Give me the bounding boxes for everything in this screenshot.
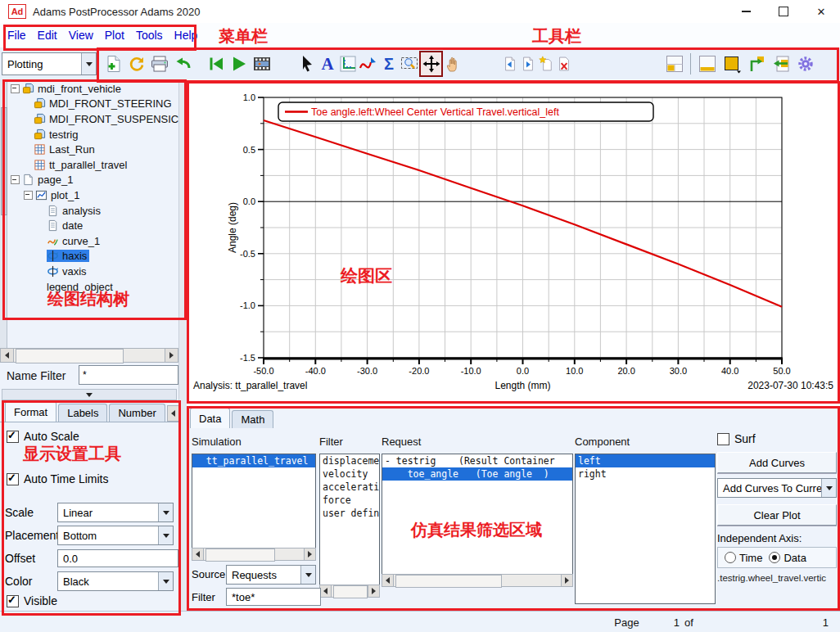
tree-item-vaxis[interactable]: vaxis: [7, 264, 178, 279]
tree-item-date[interactable]: date: [7, 218, 178, 233]
plot-canvas[interactable]: -50.0-40.0-30.0-20.0-10.00.010.020.030.0…: [187, 79, 840, 407]
request-hscrollbar[interactable]: [382, 574, 573, 587]
list-item[interactable]: toe_angle (Toe angle ): [382, 467, 572, 481]
undo-icon[interactable]: [171, 52, 194, 75]
dropdown-arrow-icon[interactable]: [300, 566, 315, 584]
clear-plot-button[interactable]: Clear Plot: [717, 504, 837, 526]
tab-number[interactable]: Number: [109, 404, 165, 422]
tree-item-tt_parallel_travel[interactable]: tt_parallel_travel: [7, 157, 178, 173]
menu-file[interactable]: File: [7, 29, 26, 42]
visible-checkbox[interactable]: [7, 595, 19, 607]
add-mode-select[interactable]: Add Curves To Curren: [717, 478, 837, 498]
page-new-icon[interactable]: [537, 52, 555, 75]
tab-format[interactable]: Format: [5, 401, 56, 422]
animation-icon[interactable]: [251, 52, 273, 75]
request-list[interactable]: - testrig (Result Container toe_angle (T…: [382, 454, 573, 575]
plot-structure-tree[interactable]: mdi_front_vehicleMDI_FRONT_STEERINGMDI_F…: [0, 79, 178, 348]
color-select[interactable]: Black: [57, 571, 174, 591]
name-filter-input[interactable]: [79, 365, 178, 385]
layout-bottom-icon[interactable]: [695, 52, 720, 75]
scroll-left-arrow[interactable]: [192, 548, 204, 560]
dropdown-arrow-icon[interactable]: [158, 572, 173, 590]
tree-expander-icon[interactable]: [11, 84, 20, 93]
tab-math[interactable]: Math: [232, 410, 273, 428]
hand-icon[interactable]: [443, 52, 463, 75]
tree-item-MDI_FRONT_SUSPENSIC[interactable]: MDI_FRONT_SUSPENSIC: [7, 111, 178, 127]
list-item[interactable]: force: [320, 494, 379, 507]
add-curves-button[interactable]: Add Curves: [717, 452, 837, 473]
scroll-left-arrow[interactable]: [1, 349, 14, 362]
page-next-icon[interactable]: [519, 52, 537, 75]
layout-full-icon[interactable]: [720, 52, 744, 75]
dropdown-arrow-icon[interactable]: [158, 526, 173, 544]
print-icon[interactable]: [148, 52, 171, 75]
tab-data[interactable]: Data: [190, 408, 230, 428]
scroll-right-arrow[interactable]: [165, 349, 178, 362]
menu-edit[interactable]: Edit: [38, 29, 57, 42]
offset-input[interactable]: 0.0: [57, 549, 178, 567]
menu-view[interactable]: View: [69, 29, 93, 42]
minimize-button[interactable]: [727, 0, 765, 23]
mode-select[interactable]: Plotting: [2, 52, 97, 75]
auto-scale-checkbox[interactable]: [7, 431, 19, 443]
tree-vertical-scrollbar[interactable]: [0, 79, 7, 348]
tree-item-haxis[interactable]: haxis: [7, 249, 178, 264]
radio-option-time[interactable]: Time: [725, 552, 762, 564]
menu-tools[interactable]: Tools: [136, 29, 163, 42]
scroll-right-arrow[interactable]: [368, 585, 379, 597]
placement-select[interactable]: Bottom: [57, 526, 174, 545]
dropdown-arrow-icon[interactable]: [158, 503, 173, 521]
list-item[interactable]: - testrig (Result Container: [382, 454, 572, 467]
filter-field-input[interactable]: *toe*: [226, 588, 321, 606]
page-back-icon[interactable]: [769, 52, 793, 75]
dropdown-arrow-icon[interactable]: [821, 479, 836, 497]
tree-item-curve_1[interactable]: curve_1: [7, 233, 178, 249]
scroll-left-arrow[interactable]: [320, 585, 332, 597]
maximize-button[interactable]: [765, 0, 802, 23]
tree-item-mdi_front_vehicle[interactable]: mdi_front_vehicle: [7, 81, 178, 97]
close-button[interactable]: ✕: [802, 0, 840, 23]
filter-hscrollbar[interactable]: [319, 585, 380, 598]
filter-list[interactable]: displacementvelocityaccelerationforceuse…: [319, 454, 380, 585]
page-prev-icon[interactable]: [501, 52, 519, 75]
scroll-right-arrow[interactable]: [561, 575, 572, 586]
tree-item-legend_object[interactable]: legend_object: [7, 279, 178, 295]
list-item[interactable]: user defined: [320, 507, 379, 520]
plot-axes-icon[interactable]: [337, 52, 358, 75]
tab-scroll-left[interactable]: [167, 405, 179, 422]
list-item[interactable]: acceleration: [320, 481, 379, 494]
new-page-icon[interactable]: [102, 52, 125, 75]
tree-expander-icon[interactable]: [24, 191, 33, 200]
swap-orientation-icon[interactable]: [744, 52, 769, 75]
tree-item-Last_Run[interactable]: Last_Run: [7, 142, 178, 157]
layout-corner-icon[interactable]: [663, 52, 686, 75]
tree-item-plot_1[interactable]: plot_1: [7, 187, 178, 203]
reload-icon[interactable]: [125, 52, 148, 75]
play-icon[interactable]: [228, 52, 251, 75]
tree-item-page_1[interactable]: page_1: [7, 173, 178, 188]
list-item[interactable]: displacement: [320, 454, 379, 467]
settings-gear-icon[interactable]: [793, 52, 818, 75]
collapse-bar[interactable]: [2, 389, 177, 400]
scroll-thumb[interactable]: [16, 349, 124, 363]
data-radio[interactable]: [769, 552, 780, 563]
simulation-list[interactable]: tt_parallel_travel: [192, 454, 316, 548]
menu-plot[interactable]: Plot: [105, 29, 124, 42]
radio-option-data[interactable]: Data: [769, 552, 806, 564]
list-item[interactable]: right: [576, 467, 715, 481]
curve-edit-icon[interactable]: [358, 52, 378, 75]
scroll-right-arrow[interactable]: [304, 548, 315, 560]
zoom-box-icon[interactable]: [399, 52, 419, 75]
menu-help[interactable]: Help: [174, 29, 198, 42]
list-item[interactable]: velocity: [320, 467, 379, 481]
tab-labels[interactable]: Labels: [58, 404, 107, 422]
surf-checkbox[interactable]: [717, 433, 729, 445]
tree-item-analysis[interactable]: analysis: [7, 203, 178, 219]
first-frame-icon[interactable]: [205, 52, 228, 75]
mode-select-arrow[interactable]: [81, 53, 96, 74]
scroll-track[interactable]: [14, 349, 165, 362]
tree-expander-icon[interactable]: [11, 175, 20, 184]
component-list[interactable]: leftright: [575, 454, 716, 604]
scroll-left-arrow[interactable]: [382, 575, 394, 586]
text-icon[interactable]: A: [317, 52, 337, 75]
